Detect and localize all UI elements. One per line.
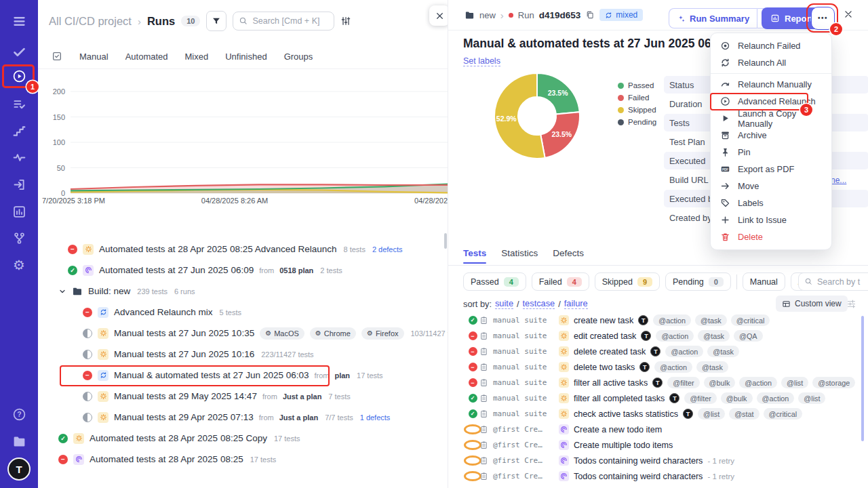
test-row[interactable]: ✓manual suitecreate new taskT@action@tas…: [448, 312, 868, 328]
sort-option-testcase[interactable]: testcase: [523, 298, 555, 309]
test-tag[interactable]: @list: [798, 392, 825, 404]
test-row[interactable]: −manual suiteedit created taskT@action@t…: [448, 328, 868, 344]
sidebar-item-activity-icon[interactable]: [0, 148, 38, 166]
filter-pending[interactable]: Pending0: [665, 272, 731, 291]
run-row[interactable]: −Automated tests at 28 Apr 2025 08:2517 …: [38, 449, 448, 470]
menu-item-launch-a-copy-manually[interactable]: Launch a Copy Manually: [711, 110, 831, 127]
plan-name[interactable]: 0518 plan: [279, 266, 313, 274]
runs-tab-mixed[interactable]: Mixed: [185, 52, 209, 62]
test-tag[interactable]: @action: [757, 392, 795, 404]
test-tag[interactable]: @filter: [684, 392, 716, 404]
test-row[interactable]: @first Cre…Todos containing weird charac…: [448, 453, 868, 468]
filter-passed[interactable]: Passed4: [463, 272, 526, 291]
menu-item-relaunch-manually[interactable]: Relaunch Manually: [711, 76, 831, 93]
test-tag[interactable]: @action: [653, 314, 691, 326]
sidebar-item-projects-icon[interactable]: [0, 432, 38, 450]
sidebar-item-branches-icon[interactable]: [0, 229, 38, 247]
filter-failed[interactable]: Failed4: [532, 272, 589, 291]
run-row[interactable]: −Manual & automated tests at 27 Jun 2025…: [38, 365, 448, 386]
plan-name[interactable]: Just a plan: [279, 413, 318, 422]
sidebar-item-help-icon[interactable]: ?: [0, 405, 38, 423]
test-row[interactable]: ✓manual suitecheck active tasks statisti…: [448, 406, 868, 422]
test-tag[interactable]: @action: [665, 346, 703, 357]
plan-name[interactable]: Just a plan: [283, 392, 321, 401]
menu-item-export-as-pdf[interactable]: PDFExport as PDF: [711, 161, 831, 178]
build-url-link[interactable]: ne...: [831, 176, 846, 185]
test-tag[interactable]: @bulk: [721, 392, 753, 404]
runs-search-input[interactable]: [233, 12, 334, 30]
run-row[interactable]: −Advanced Relaunch mix5 tests: [38, 302, 448, 323]
custom-view-button[interactable]: Custom view: [776, 296, 848, 312]
tests-scrollbar[interactable]: [861, 316, 864, 441]
view-settings-icon[interactable]: [340, 16, 351, 26]
close-detail-button[interactable]: [844, 9, 853, 19]
test-row[interactable]: @first Cre…Create a new todo item: [448, 422, 868, 437]
runs-tab-groups[interactable]: Groups: [284, 52, 313, 62]
menu-item-move[interactable]: Move: [711, 178, 831, 195]
sidebar-item-runs-icon[interactable]: [0, 67, 38, 85]
test-tag[interactable]: @critical: [764, 408, 803, 420]
run-folder-name[interactable]: new: [479, 10, 496, 20]
run-type-badge[interactable]: mixed: [599, 9, 643, 21]
test-tag[interactable]: @action: [654, 361, 692, 373]
run-row[interactable]: Manual tests at 29 Apr 2025 07:13fromJus…: [38, 407, 448, 428]
filter-button[interactable]: [206, 11, 226, 31]
test-row[interactable]: −manual suitedelete created taskT@action…: [448, 344, 868, 359]
set-labels-link[interactable]: Set labels: [463, 56, 500, 66]
close-panel-button[interactable]: [429, 5, 448, 26]
run-actions-menu-button[interactable]: •••: [811, 7, 835, 30]
defects-link[interactable]: 1 defects: [360, 413, 391, 422]
runs-scrollbar[interactable]: [444, 233, 447, 249]
run-summary-button[interactable]: Run Summary: [669, 8, 757, 28]
test-tag[interactable]: @action: [739, 377, 777, 388]
menu-item-delete[interactable]: Delete: [711, 228, 831, 245]
sort-option-failure[interactable]: failure: [564, 298, 588, 309]
test-tag[interactable]: @QA: [734, 330, 763, 342]
sidebar-item-import-icon[interactable]: [0, 176, 38, 193]
defects-link[interactable]: 2 defects: [372, 245, 403, 253]
menu-item-link-to-issue[interactable]: Link to Issue: [711, 211, 831, 228]
run-row[interactable]: ✓Automated tests at 27 Jun 2025 06:09fro…: [38, 260, 448, 281]
run-row[interactable]: −Automated tests at 28 Apr 2025 08:25 Ad…: [38, 239, 448, 260]
test-tag[interactable]: @stat: [729, 408, 759, 420]
menu-item-relaunch-failed[interactable]: Relaunch Failed: [711, 37, 831, 54]
menu-item-labels[interactable]: Labels: [711, 195, 831, 211]
run-row[interactable]: Manual tests at 29 May 2025 14:47fromJus…: [38, 386, 448, 407]
sidebar-item-test-plans-icon[interactable]: [0, 95, 38, 113]
detail-tab-defects[interactable]: Defects: [553, 248, 584, 264]
sidebar-item-steps-icon[interactable]: [0, 122, 38, 140]
test-tag[interactable]: @task: [698, 330, 730, 342]
menu-item-archive[interactable]: Archive: [711, 127, 831, 144]
filter-manual[interactable]: Manual: [743, 272, 785, 291]
sidebar-item-analytics-icon[interactable]: [0, 203, 38, 220]
test-tag[interactable]: @storage: [812, 377, 855, 388]
test-row[interactable]: @first Cre…Todos containing weird charac…: [448, 468, 868, 484]
test-tag[interactable]: @task: [707, 346, 739, 357]
test-row[interactable]: −manual suitefilter all active tasksT@fi…: [448, 375, 868, 390]
menu-item-relaunch-all[interactable]: Relaunch All: [711, 54, 831, 71]
runs-tab-unfinished[interactable]: Unfinished: [225, 52, 267, 62]
breadcrumb-project[interactable]: All CI/CD project: [49, 15, 132, 28]
detail-tab-tests[interactable]: Tests: [463, 248, 486, 264]
detail-tab-statistics[interactable]: Statistics: [501, 248, 538, 264]
plan-name[interactable]: plan: [334, 371, 350, 380]
run-row[interactable]: Manual tests at 27 Jun 2025 10:16223/114…: [38, 344, 448, 365]
sidebar-item-settings-icon[interactable]: ⚙: [0, 256, 38, 274]
test-tag[interactable]: @task: [696, 361, 728, 373]
checklist-icon[interactable]: [52, 51, 62, 62]
sidebar-item-checks-icon[interactable]: [0, 43, 38, 60]
chevron-down-icon[interactable]: [58, 287, 66, 296]
column-settings-icon[interactable]: [846, 299, 856, 309]
run-row[interactable]: ✓Automated tests at 28 Apr 2025 08:25 Co…: [38, 428, 448, 449]
test-tag[interactable]: @task: [695, 314, 727, 326]
test-tag[interactable]: @list: [698, 408, 725, 420]
sidebar-item-account[interactable]: T: [0, 458, 38, 481]
run-row[interactable]: Manual tests at 27 Jun 2025 10:35⚙MacOS⚙…: [38, 323, 448, 344]
run-group-row[interactable]: Build: new239 tests6 runs: [38, 281, 448, 302]
sidebar-item-main-menu-icon[interactable]: [0, 12, 38, 30]
filter-skipped[interactable]: Skipped9: [595, 272, 660, 291]
copy-icon[interactable]: [585, 10, 595, 20]
test-row[interactable]: −manual suitedelete two tasksT@action@ta…: [448, 359, 868, 375]
runs-tab-automated[interactable]: Automated: [125, 52, 168, 62]
test-tag[interactable]: @action: [656, 330, 694, 342]
